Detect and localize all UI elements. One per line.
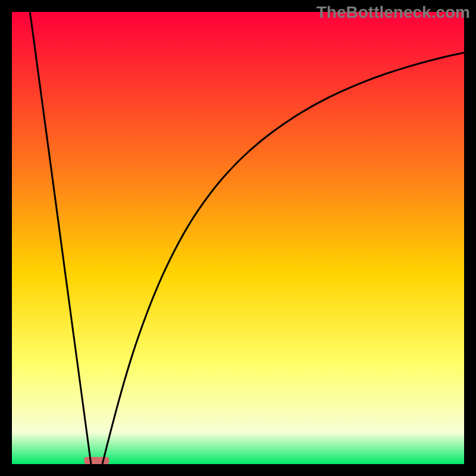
gradient-background [12, 12, 464, 464]
chart-frame [0, 0, 476, 476]
bottleneck-chart [0, 0, 476, 476]
watermark-text: TheBottleneck.com [317, 3, 470, 22]
minimum-marker [84, 457, 109, 464]
